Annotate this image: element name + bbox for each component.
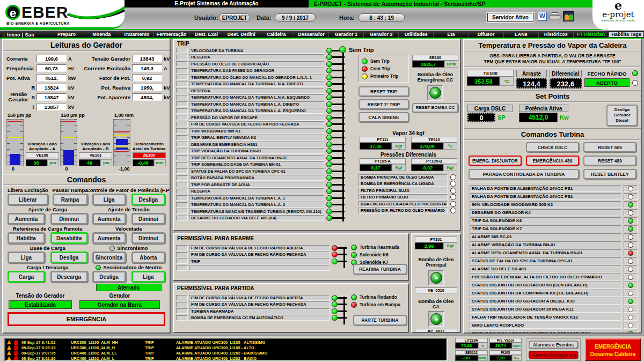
menu-tab[interactable]: Difusor xyxy=(469,31,504,38)
warning-icon xyxy=(7,340,11,344)
command-button[interactable]: Aborta xyxy=(131,252,165,263)
alarm-status-label: ALARME 505 SC-01 xyxy=(470,233,621,240)
trip-reset-button[interactable]: RESET 1º TRIP xyxy=(358,99,409,109)
fecho-open-led xyxy=(632,70,638,76)
alarmes-emergencia-button[interactable]: Alarmes Emergência xyxy=(529,351,578,359)
trip-reset-button[interactable]: RESET TRIP xyxy=(358,86,409,97)
oil-status-led xyxy=(450,181,456,187)
reading-unit: kVA xyxy=(164,94,171,100)
printer-icon[interactable] xyxy=(550,12,560,20)
permissive-label xyxy=(189,265,330,271)
alarmes-eventos-button[interactable]: Alarmes e Eventos xyxy=(529,341,578,349)
reading-label: Fator de Pot. xyxy=(83,75,130,81)
command-button[interactable]: Aumenta xyxy=(8,213,45,225)
command-button[interactable]: Liga xyxy=(8,252,45,263)
gerador-status-box: Gerador na Barra xyxy=(79,300,160,309)
bomba-ca-label: Bomba de ÓleoCA xyxy=(415,299,457,310)
menu-tab[interactable]: Gerador 2 xyxy=(364,31,399,38)
users-icon[interactable] xyxy=(563,11,574,21)
reset-505-button[interactable]: RESET 505 xyxy=(583,142,636,152)
reset-489-button[interactable]: RESET 489 xyxy=(583,156,636,166)
menu-tab[interactable]: Habilita Tags xyxy=(609,31,644,38)
menu-tab[interactable]: Utilidades xyxy=(399,31,434,38)
menu-tab[interactable]: Dest. Exal xyxy=(189,31,224,38)
trip-reset-button[interactable]: CALA SIRENE xyxy=(358,112,409,122)
menu-tab[interactable]: Históricos xyxy=(539,31,574,38)
command-button[interactable]: Aumenta xyxy=(92,213,126,225)
display-unit: kgf/c xyxy=(512,343,522,349)
reading-unit: A xyxy=(68,56,83,62)
partida-trunk-line xyxy=(343,297,345,324)
menu-tab[interactable]: Fermentação xyxy=(154,31,189,38)
command-button[interactable]: Habilita xyxy=(8,232,45,244)
command-button[interactable]: Desliga xyxy=(50,252,88,263)
emerg-disjuntor-button[interactable]: EMERG. DISJUNTOR xyxy=(469,156,522,166)
alarm-led-cell xyxy=(624,249,638,256)
display-tag: LI7239A xyxy=(455,338,488,343)
menu-tab[interactable]: Moenda xyxy=(84,31,119,38)
trip-led xyxy=(326,188,332,194)
command-button[interactable]: Diminui xyxy=(50,213,88,225)
command-button[interactable]: Diminui xyxy=(131,232,165,244)
setpoints-title: Set Points xyxy=(464,91,641,102)
alarm-events-panel[interactable]: 09-Sep-17 8:41:02 URC300_LI105_ALM_HH TR… xyxy=(4,338,448,361)
reading-row: Corrente Excitação 149,3 A xyxy=(83,63,171,73)
trip-ack-cell xyxy=(176,142,188,147)
menu-tab[interactable]: Dest. Dedini xyxy=(224,31,259,38)
diferencial-display: Diferencial 232,6 xyxy=(550,70,582,88)
word-export-icon[interactable]: W xyxy=(538,12,547,21)
header-system-strip: E-PROJET - Sistemas de Automação Industr… xyxy=(309,0,592,8)
command-button[interactable]: Liberar xyxy=(8,194,48,205)
command-button[interactable]: Desliga xyxy=(131,194,165,205)
vibration-gauge: 150 µm pp Vibração LadoAcoplado - A VE10… xyxy=(6,113,60,174)
rearma-turbina-button[interactable]: REARMA TURBINA xyxy=(353,264,407,275)
server-active-button[interactable]: Servidor Ativo xyxy=(487,13,533,22)
menu-tab[interactable]: FT Historian xyxy=(574,31,609,38)
menu-tab[interactable]: Preparo xyxy=(49,31,84,38)
alarm-status-led xyxy=(628,258,633,264)
emergencia-489-button[interactable]: EMERGÊNCIA 489 xyxy=(526,156,579,166)
gauge-label: Vibração LadoAcoplado - A xyxy=(27,142,57,151)
desliga-gerador-diesel-button[interactable]: Desliga Gerador Diesel xyxy=(606,105,638,126)
alarm-status-row: STATUS DISJUNTOR DA COMPANHIA K9 (TIE BR… xyxy=(470,289,638,297)
comandos-turbina-title: Comandos Turbina xyxy=(464,129,641,141)
command-button[interactable]: Rampa xyxy=(53,194,88,205)
check-dslc-button[interactable]: CHECK DSLC xyxy=(526,142,579,152)
command-button[interactable]: Liga xyxy=(92,194,126,205)
alarm-status-led xyxy=(628,323,633,328)
menu-tab[interactable]: Caldeira xyxy=(259,31,294,38)
menu-tab[interactable]: Tratamento xyxy=(119,31,154,38)
fecho-rapido-status: ABERTO xyxy=(584,78,630,87)
fecho-rapido-label: FECHO RÁPIDO xyxy=(588,71,627,77)
display-unit: Kgf xyxy=(392,143,406,150)
trip-ack-cell xyxy=(176,55,188,60)
parada-controlada-button[interactable]: PARADA CONTROLADA DA TURBINA xyxy=(469,169,579,179)
command-button[interactable]: Desliga xyxy=(92,271,126,283)
event-time: 09-Sep-17 8:07:35 xyxy=(21,351,71,356)
reset-bentley-button[interactable]: RESET BENTLEY xyxy=(583,169,636,179)
menu-sair[interactable]: Sair xyxy=(25,32,35,38)
trip-main-led xyxy=(339,46,346,53)
indicator-label: Turbina Rodando xyxy=(360,294,397,300)
parte-turbina-button[interactable]: PARTE TURBINA xyxy=(353,315,407,326)
command-button[interactable]: Desabilita xyxy=(50,232,88,244)
menu-tab[interactable]: Desaerador xyxy=(294,31,329,38)
trip-led xyxy=(326,115,332,121)
menu-tab[interactable]: EANs xyxy=(504,31,539,38)
trip-ack-cell xyxy=(176,149,188,154)
emergency-button[interactable]: EMERGÊNCIA xyxy=(8,312,165,326)
command-button[interactable]: Liga xyxy=(131,271,165,283)
command-button[interactable]: Carga xyxy=(8,271,45,283)
reset-bomba-cc-button[interactable]: RESET BOMBA CC xyxy=(412,103,458,113)
command-button[interactable]: Aumenta xyxy=(92,232,126,244)
phase-row: T 13857 kV xyxy=(30,102,83,112)
menu-inicio[interactable]: Início xyxy=(7,32,20,38)
emergencia-desarma-caldeira-button[interactable]: EMERGÊNCIADesarma Caldeira xyxy=(585,338,641,361)
menu-tab[interactable]: Gerador 1 xyxy=(329,31,364,38)
command-button[interactable]: Sincroniza xyxy=(92,252,126,263)
command-button[interactable]: Diminui xyxy=(131,213,165,225)
menu-tab[interactable]: Eta xyxy=(434,31,469,38)
alarm-status-led xyxy=(628,291,633,296)
oil-status-led xyxy=(450,208,456,213)
command-button[interactable]: Descarga xyxy=(50,271,88,283)
